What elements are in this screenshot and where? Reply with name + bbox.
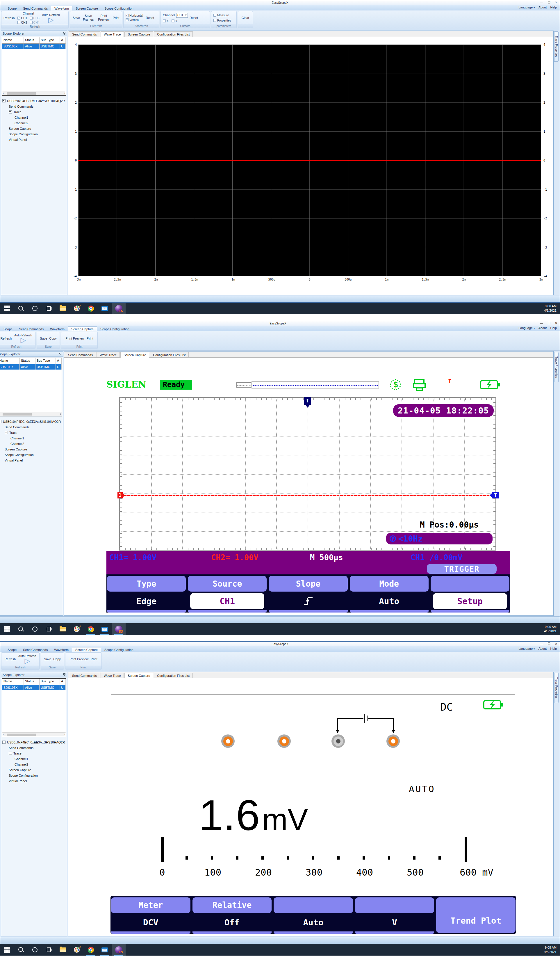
- menu-help[interactable]: Help: [550, 326, 557, 330]
- cursor-reset-button[interactable]: Reset: [190, 16, 198, 19]
- softkey-range[interactable]: Auto: [274, 896, 353, 934]
- tree-root[interactable]: USB0::0xF4EC::0xEE3A::SHS10HAQ2R: [2, 739, 67, 745]
- tree-item-channel2[interactable]: Channel2: [2, 120, 67, 126]
- tree-item-scope-configuration[interactable]: Scope Configuration: [2, 773, 67, 778]
- plot-canvas[interactable]: [78, 45, 541, 276]
- doc-tab-wave-trace[interactable]: Wave Trace: [101, 673, 124, 678]
- chrome-button[interactable]: [84, 303, 98, 314]
- tree-root[interactable]: USB0::0xF4EC::0xEE3A::SHS10HAQ2R: [0, 419, 63, 424]
- easyscopex-button[interactable]: [112, 944, 126, 956]
- softkey-slope[interactable]: Slope: [269, 575, 348, 613]
- auto-refresh-play-button[interactable]: ▷: [21, 337, 26, 343]
- refresh-button[interactable]: Refresh: [1, 337, 12, 340]
- clock[interactable]: 9:08 AM 4/5/2021: [541, 944, 560, 956]
- tree-item-channel1[interactable]: Channel1: [2, 115, 67, 120]
- tab-scope-configuration[interactable]: Scope Configuration: [97, 327, 133, 331]
- tab-send-commands[interactable]: Send Commands: [20, 6, 51, 10]
- refresh-button[interactable]: Refresh: [3, 16, 15, 20]
- copy-button[interactable]: Copy: [53, 657, 61, 661]
- tab-scope-configuration[interactable]: Scope Configuration: [101, 6, 137, 10]
- print-button[interactable]: Print: [87, 337, 93, 340]
- tab-waveform[interactable]: Waveform: [51, 647, 72, 652]
- file-explorer-button[interactable]: [56, 303, 70, 314]
- tree-item-send-commands[interactable]: Send Commands: [2, 745, 67, 751]
- tree-item-trace[interactable]: Trace: [2, 751, 67, 756]
- collapse-icon[interactable]: [9, 110, 12, 113]
- device-table-hscrollbar[interactable]: ‹›: [0, 412, 62, 416]
- paint-button[interactable]: [70, 944, 84, 956]
- refresh-button[interactable]: Refresh: [5, 657, 16, 661]
- tab-screen-capture[interactable]: Screen Capture: [72, 647, 101, 652]
- start-button[interactable]: [0, 303, 14, 314]
- print-button[interactable]: Print: [91, 657, 97, 661]
- doc-tab-wave-trace[interactable]: Wave Trace: [97, 352, 120, 357]
- copy-button[interactable]: Copy: [49, 337, 57, 340]
- device-table-hscrollbar[interactable]: ‹›: [2, 91, 66, 95]
- paint-button[interactable]: [70, 623, 84, 635]
- print-preview-button[interactable]: Print Preview: [69, 657, 89, 661]
- collapse-icon[interactable]: [5, 431, 8, 434]
- tree-root[interactable]: USB0::0xF4EC::0xEE3A::SHS10HAQ2R: [2, 98, 67, 103]
- auto-refresh-play-button[interactable]: ▷: [48, 16, 53, 23]
- collapse-icon[interactable]: [2, 741, 5, 744]
- tree-item-screen-capture[interactable]: Screen Capture: [2, 767, 67, 773]
- softkey-setup[interactable]: Setup: [431, 575, 509, 613]
- save-button[interactable]: Save: [73, 16, 80, 19]
- tree-item-scope-configuration[interactable]: Scope Configuration: [2, 131, 67, 137]
- clock[interactable]: 9:06 AM 4/5/2021: [541, 303, 560, 314]
- trace-properties-tab[interactable]: Trace Properties: [554, 31, 558, 62]
- search-button[interactable]: [14, 303, 28, 314]
- tab-scope[interactable]: Scope: [4, 6, 20, 10]
- tree-item-scope-configuration[interactable]: Scope Configuration: [0, 452, 63, 457]
- doc-tab-configuration-files[interactable]: Configuration Files List: [154, 673, 193, 678]
- softkey-trend-plot[interactable]: Trend Plot: [436, 897, 515, 933]
- tree-item-send-commands[interactable]: Send Commands: [0, 424, 63, 430]
- tab-send-commands[interactable]: Send Commands: [20, 647, 51, 652]
- close-button[interactable]: ✕: [555, 642, 557, 646]
- clock[interactable]: 9:06 AM 4/5/2021: [541, 623, 560, 635]
- softkey-mode[interactable]: Mode Auto: [350, 575, 428, 613]
- doc-tab-screen-capture[interactable]: Screen Capture: [121, 352, 149, 358]
- menu-about[interactable]: About: [539, 647, 547, 650]
- softkey-source[interactable]: Source CH1: [188, 575, 267, 613]
- mail-button[interactable]: [98, 303, 112, 314]
- device-row[interactable]: SDS106X Alive USBTMC U: [2, 44, 66, 49]
- tree-item-screen-capture[interactable]: Screen Capture: [2, 126, 67, 131]
- pin-icon[interactable]: [59, 353, 61, 355]
- task-view-button[interactable]: [42, 303, 56, 314]
- tab-waveform[interactable]: Waveform: [47, 327, 68, 331]
- doc-tab-screen-capture[interactable]: Screen Capture: [124, 673, 153, 678]
- collapse-icon[interactable]: [0, 420, 2, 423]
- softkey-meter[interactable]: Meter DCV: [111, 896, 190, 934]
- tree-item-trace[interactable]: Trace: [2, 109, 67, 115]
- start-button[interactable]: [0, 623, 14, 635]
- menu-help[interactable]: Help: [550, 5, 557, 9]
- tab-screen-capture[interactable]: Screen Capture: [72, 6, 101, 10]
- doc-tab-send-commands[interactable]: Send Commands: [69, 673, 100, 678]
- tree-item-virtual-panel[interactable]: Virtual Panel: [2, 137, 67, 142]
- tree-item-trace[interactable]: Trace: [0, 430, 63, 435]
- save-frames-button[interactable]: Save Frames: [82, 14, 95, 21]
- print-preview-button[interactable]: Print Preview: [97, 14, 111, 21]
- menu-language[interactable]: Language: [518, 326, 535, 330]
- ch4-checkbox[interactable]: CH4: [30, 21, 40, 24]
- device-row[interactable]: SDS106X Alive USBTMC U: [0, 364, 62, 370]
- save-button[interactable]: Save: [40, 337, 47, 340]
- pin-icon[interactable]: [63, 673, 65, 676]
- start-button[interactable]: [0, 944, 14, 956]
- collapse-icon[interactable]: [9, 752, 12, 755]
- minimize-button[interactable]: —: [540, 1, 543, 5]
- search-button[interactable]: [14, 623, 28, 635]
- search-button[interactable]: [14, 944, 28, 956]
- tab-screen-capture[interactable]: Screen Capture: [68, 326, 97, 331]
- doc-tab-configuration-files[interactable]: Configuration Files List: [154, 31, 193, 37]
- tree-item-channel2[interactable]: Channel2: [2, 762, 67, 767]
- chrome-button[interactable]: [84, 944, 98, 956]
- vertical-checkbox[interactable]: Vertical: [126, 18, 143, 21]
- collapse-icon[interactable]: [2, 99, 5, 102]
- restore-button[interactable]: ❐: [548, 321, 550, 325]
- tree-item-channel1[interactable]: Channel1: [2, 756, 67, 762]
- device-row[interactable]: SDS106X Alive USBTMC U: [2, 685, 66, 690]
- tree-item-send-commands[interactable]: Send Commands: [2, 103, 67, 109]
- menu-about[interactable]: About: [539, 326, 547, 330]
